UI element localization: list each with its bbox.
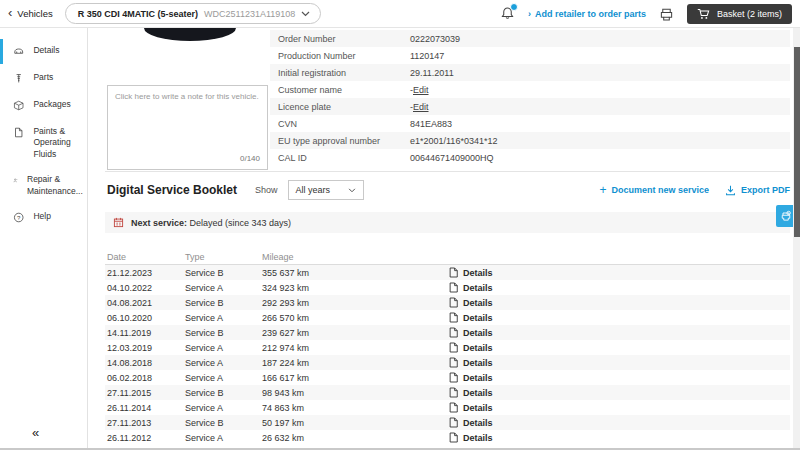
vertical-scrollbar bbox=[793, 28, 800, 448]
vehicle-info-row: EU type approval number e1*2001/116*0341… bbox=[270, 132, 790, 149]
info-value: 29.11.2011 bbox=[410, 68, 454, 78]
sidebar-item-repair-maintenance[interactable]: Repair & Maintenance... bbox=[0, 167, 87, 204]
document-icon bbox=[449, 267, 458, 278]
details-link[interactable]: Details bbox=[449, 342, 790, 353]
table-header-row: Date Type Mileage bbox=[105, 250, 790, 265]
col-header-date: Date bbox=[107, 252, 185, 262]
scrollbar-thumb[interactable] bbox=[794, 47, 800, 237]
vehicle-info-row: Customer name -Edit bbox=[270, 81, 790, 98]
service-type: Service B bbox=[185, 298, 262, 308]
service-date: 27.11.2015 bbox=[107, 388, 185, 398]
vehicle-info-row: Order Number 0222073039 bbox=[270, 30, 790, 47]
main-content: Click here to write a note for this vehi… bbox=[88, 28, 800, 448]
edit-link[interactable]: Edit bbox=[413, 102, 429, 112]
details-link[interactable]: Details bbox=[449, 372, 790, 383]
details-link[interactable]: Details bbox=[449, 357, 790, 368]
download-icon bbox=[725, 185, 736, 196]
note-placeholder: Click here to write a note for this vehi… bbox=[115, 92, 259, 101]
service-type: Service B bbox=[185, 418, 262, 428]
document-icon bbox=[449, 372, 458, 383]
vehicle-info-row: CVN 841EA883 bbox=[270, 115, 790, 132]
details-link[interactable]: Details bbox=[449, 432, 790, 443]
vehicle-info-row: Licence plate -Edit bbox=[270, 98, 790, 115]
table-row: 12.03.2019 Service A 212 974 km Details bbox=[105, 340, 790, 355]
col-header-mileage: Mileage bbox=[262, 252, 449, 262]
service-mileage: 266 570 km bbox=[262, 313, 449, 323]
sidebar-item-label: Packages bbox=[33, 99, 81, 110]
info-label: Customer name bbox=[278, 85, 410, 95]
chevron-down-icon bbox=[301, 11, 310, 17]
service-type: Service A bbox=[185, 283, 262, 293]
document-icon bbox=[449, 327, 458, 338]
table-row: 04.08.2021 Service B 292 293 km Details bbox=[105, 295, 790, 310]
sidebar-item-details[interactable]: Details bbox=[0, 38, 87, 65]
details-link[interactable]: Details bbox=[449, 402, 790, 413]
service-mileage: 324 923 km bbox=[262, 283, 449, 293]
next-service-alert: Next service: Delayed (since 343 days) bbox=[105, 212, 790, 233]
service-date: 06.02.2018 bbox=[107, 373, 185, 383]
document-new-service-button[interactable]: + Document new service bbox=[599, 184, 709, 196]
export-pdf-button[interactable]: Export PDF bbox=[725, 185, 790, 196]
sidebar-item-label: Details bbox=[33, 45, 81, 56]
service-type: Service A bbox=[185, 313, 262, 323]
edit-link[interactable]: Edit bbox=[413, 85, 429, 95]
sidebar: Details Parts Packages Paints & Operatin… bbox=[0, 28, 88, 448]
show-label: Show bbox=[255, 185, 278, 195]
svg-text:?: ? bbox=[17, 214, 21, 221]
details-link[interactable]: Details bbox=[449, 297, 790, 308]
vehicle-info-row: Initial registration 29.11.2011 bbox=[270, 64, 790, 81]
car-icon bbox=[13, 45, 24, 58]
service-history-table: Date Type Mileage 21.12.2023 Service B 3… bbox=[105, 250, 790, 445]
service-date: 06.10.2020 bbox=[107, 313, 185, 323]
details-link[interactable]: Details bbox=[449, 267, 790, 278]
year-filter-select[interactable]: All years bbox=[288, 180, 364, 200]
sidebar-item-paints-fluids[interactable]: Paints & Operating Fluids bbox=[0, 119, 87, 167]
help-icon: ? bbox=[13, 211, 24, 224]
sidebar-item-label: Paints & Operating Fluids bbox=[33, 126, 81, 160]
table-row: 26.11.2014 Service A 74 863 km Details bbox=[105, 400, 790, 415]
service-type: Service A bbox=[185, 343, 262, 353]
vehicle-note-input[interactable]: Click here to write a note for this vehi… bbox=[107, 85, 268, 170]
sidebar-item-label: Repair & Maintenance... bbox=[27, 174, 81, 197]
chevron-left-icon: ‹ bbox=[8, 6, 12, 19]
sidebar-item-help[interactable]: ? Help bbox=[0, 204, 87, 231]
details-link[interactable]: Details bbox=[449, 387, 790, 398]
cart-icon bbox=[697, 8, 710, 20]
document-icon bbox=[449, 312, 458, 323]
sidebar-item-packages[interactable]: Packages bbox=[0, 92, 87, 119]
info-label: Order Number bbox=[278, 34, 410, 44]
service-mileage: 239 627 km bbox=[262, 328, 449, 338]
details-link[interactable]: Details bbox=[449, 417, 790, 428]
table-row: 06.10.2020 Service A 266 570 km Details bbox=[105, 310, 790, 325]
service-type: Service B bbox=[185, 328, 262, 338]
details-link[interactable]: Details bbox=[449, 282, 790, 293]
page-title: Digital Service Booklet bbox=[107, 183, 237, 197]
service-mileage: 166 617 km bbox=[262, 373, 449, 383]
vehicle-info-row: CAL ID 00644671409000HQ bbox=[270, 149, 790, 166]
basket-button[interactable]: Basket (2 items) bbox=[687, 4, 792, 24]
add-retailer-link[interactable]: › Add retailer to order parts bbox=[528, 9, 646, 19]
service-type: Service B bbox=[185, 268, 262, 278]
info-label: Production Number bbox=[278, 51, 410, 61]
back-to-vehicles[interactable]: ‹ Vehicles bbox=[8, 8, 53, 19]
details-link[interactable]: Details bbox=[449, 312, 790, 323]
printer-icon[interactable] bbox=[659, 7, 674, 21]
service-date: 21.12.2023 bbox=[107, 268, 185, 278]
service-type: Service A bbox=[185, 433, 262, 443]
add-retailer-label: Add retailer to order parts bbox=[535, 9, 646, 19]
service-type: Service A bbox=[185, 373, 262, 383]
vehicle-selector[interactable]: R 350 CDI 4MATIC (5-seater) WDC2511231A1… bbox=[65, 3, 322, 24]
sidebar-item-label: Parts bbox=[33, 72, 81, 83]
notifications-button[interactable] bbox=[500, 6, 515, 21]
info-value: 1120147 bbox=[410, 51, 444, 61]
vehicle-info-row: Production Number 1120147 bbox=[270, 47, 790, 64]
document-icon bbox=[449, 402, 458, 413]
collapse-sidebar-button[interactable]: « bbox=[32, 425, 39, 440]
section-divider bbox=[105, 171, 790, 172]
col-header-type: Type bbox=[185, 252, 262, 262]
table-row: 26.11.2012 Service A 26 632 km Details bbox=[105, 430, 790, 445]
sidebar-item-parts[interactable]: Parts bbox=[0, 65, 87, 92]
details-link[interactable]: Details bbox=[449, 327, 790, 338]
vehicle-vin: WDC2511231A119108 bbox=[204, 9, 295, 19]
chevron-right-icon: › bbox=[528, 9, 531, 19]
